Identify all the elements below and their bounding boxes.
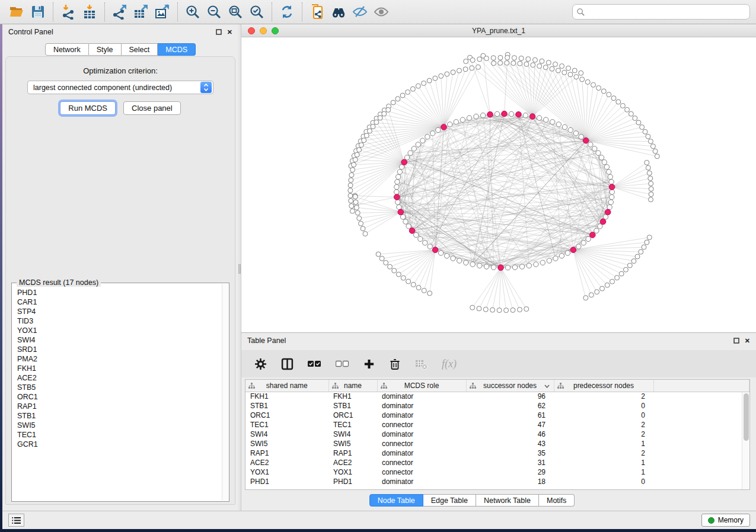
tab-motifs[interactable]: Motifs <box>539 494 575 507</box>
share-document-icon[interactable] <box>307 1 328 23</box>
table-row[interactable]: YOX1YOX1connector291 <box>245 467 749 477</box>
result-item[interactable]: ACE2 <box>17 373 224 383</box>
column-header-successor-nodes[interactable]: successor nodes <box>466 380 554 392</box>
close-panel-button[interactable]: Close panel <box>123 101 181 115</box>
column-header-MCDS-role[interactable]: MCDS role <box>377 380 466 392</box>
select-all-icon[interactable] <box>308 357 321 371</box>
cell-predecessor-nodes: 2 <box>554 448 653 458</box>
result-item[interactable]: SWI5 <box>17 421 224 430</box>
zoom-selected-icon[interactable] <box>246 1 267 23</box>
cell-MCDS-role: dominator <box>377 411 466 420</box>
result-item[interactable]: STP4 <box>17 307 224 316</box>
result-scrollbar[interactable] <box>222 284 228 501</box>
panel-splitter[interactable] <box>238 24 241 511</box>
result-item[interactable]: FKH1 <box>17 364 224 373</box>
cell-predecessor-nodes: 1 <box>554 458 653 467</box>
tab-node-table[interactable]: Node Table <box>369 494 423 507</box>
deselect-all-icon[interactable] <box>336 357 349 371</box>
result-item[interactable]: PHD1 <box>17 288 224 297</box>
table-row[interactable]: ORC1ORC1dominator610 <box>245 411 749 420</box>
table-row[interactable]: PHD1PHD1dominator180 <box>245 477 749 486</box>
result-item[interactable]: TID3 <box>17 316 224 326</box>
scrollbar-thumb[interactable] <box>744 393 749 441</box>
tab-network[interactable]: Network <box>45 43 89 56</box>
result-item[interactable]: STB5 <box>17 383 224 392</box>
result-item[interactable]: YOX1 <box>17 326 224 335</box>
column-header-predecessor-nodes[interactable]: predecessor nodes <box>554 380 653 392</box>
result-item[interactable]: STB1 <box>17 411 224 421</box>
console-button[interactable] <box>8 514 24 527</box>
result-item[interactable]: TEC1 <box>17 430 224 440</box>
result-item[interactable]: SWI4 <box>17 335 224 345</box>
export-image-icon[interactable] <box>152 1 173 23</box>
show-all-icon[interactable] <box>371 1 392 23</box>
mcds-result-title: MCDS result (17 nodes) <box>17 278 101 287</box>
splitter-handle[interactable] <box>238 264 241 274</box>
result-item[interactable]: PMA2 <box>17 354 224 364</box>
table-row[interactable]: STB1STB1dominator620 <box>245 401 749 411</box>
table-row[interactable]: SWI4SWI4dominator462 <box>245 430 749 439</box>
column-header-shared-name[interactable]: shared name <box>245 380 328 392</box>
criterion-value: largest connected component (undirected) <box>33 84 172 92</box>
search-network-icon[interactable] <box>328 1 349 23</box>
network-graph[interactable] <box>241 37 756 332</box>
table-row[interactable]: SWI5SWI5connector431 <box>245 439 749 448</box>
import-network-icon[interactable] <box>58 1 79 23</box>
column-header-name[interactable]: name <box>328 380 377 392</box>
network-canvas[interactable] <box>241 37 756 332</box>
window-minimize-icon[interactable] <box>260 27 267 34</box>
tab-style[interactable]: Style <box>89 43 122 56</box>
cell-shared-name: TEC1 <box>245 420 328 430</box>
tab-select[interactable]: Select <box>122 43 158 56</box>
import-table-icon[interactable] <box>79 1 100 23</box>
window-close-icon[interactable] <box>248 27 255 34</box>
close-table-panel-icon[interactable]: ✕ <box>745 338 750 344</box>
zoom-out-icon[interactable] <box>203 1 225 23</box>
delete-column-icon[interactable] <box>389 357 401 371</box>
result-item[interactable]: RAP1 <box>17 402 224 411</box>
network-window-titlebar[interactable]: YPA_prune.txt_1 <box>241 24 756 37</box>
export-network-icon[interactable] <box>109 1 130 23</box>
tab-network-table[interactable]: Network Table <box>476 494 539 507</box>
result-item[interactable]: CAR1 <box>17 297 224 307</box>
criterion-dropdown[interactable]: largest connected component (undirected) <box>27 81 213 94</box>
toolbar-separator <box>272 2 272 21</box>
open-folder-icon[interactable] <box>6 1 27 23</box>
main-toolbar <box>0 0 756 24</box>
tab-edge-table[interactable]: Edge Table <box>423 494 476 507</box>
memory-status-icon <box>708 517 714 524</box>
table-row[interactable]: RAP1RAP1dominator352 <box>245 448 749 458</box>
cell-name: YOX1 <box>328 467 377 477</box>
search-input[interactable] <box>588 8 746 16</box>
node-table: shared namenameMCDS rolesuccessor nodesp… <box>245 379 750 490</box>
result-item[interactable]: GCR1 <box>17 440 224 449</box>
cell-name: PHD1 <box>328 477 377 486</box>
float-table-panel-icon[interactable] <box>733 338 739 344</box>
window-zoom-icon[interactable] <box>272 27 279 34</box>
table-row[interactable]: TEC1TEC1connector472 <box>245 420 749 430</box>
hide-selected-icon[interactable] <box>349 1 371 23</box>
zoom-in-icon[interactable] <box>182 1 203 23</box>
mcds-result-box: MCDS result (17 nodes) PHD1CAR1STP4TID3Y… <box>11 283 229 502</box>
table-row[interactable]: FKH1FKH1dominator962 <box>245 392 749 401</box>
result-item[interactable]: SRD1 <box>17 345 224 354</box>
toolbar-separator <box>104 2 105 21</box>
zoom-fit-icon[interactable] <box>225 1 246 23</box>
table-settings-gear-icon[interactable] <box>254 357 267 371</box>
result-item[interactable]: ORC1 <box>17 392 224 402</box>
save-icon[interactable] <box>27 1 49 23</box>
cell-MCDS-role: dominator <box>377 430 466 439</box>
table-row[interactable]: ACE2ACE2connector311 <box>245 458 749 467</box>
table-panel: Table Panel ✕ <box>241 332 756 511</box>
show-columns-icon[interactable] <box>281 357 294 371</box>
float-panel-icon[interactable] <box>216 29 222 36</box>
status-bar: Memory <box>2 511 756 529</box>
table-scrollbar[interactable] <box>742 392 749 489</box>
refresh-layout-icon[interactable] <box>276 1 298 23</box>
run-mcds-button[interactable]: Run MCDS <box>60 101 116 115</box>
close-panel-icon[interactable]: ✕ <box>227 29 232 35</box>
tab-mcds[interactable]: MCDS <box>158 43 196 56</box>
export-table-icon[interactable] <box>130 1 152 23</box>
memory-button[interactable]: Memory <box>701 514 750 527</box>
add-column-icon[interactable] <box>363 357 375 371</box>
